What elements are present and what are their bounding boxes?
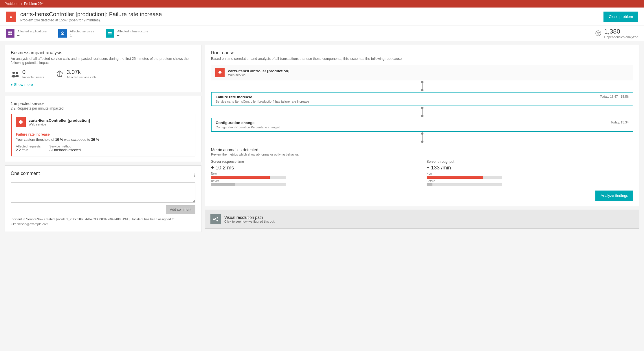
breadcrumb-problems-link[interactable]: Problems [5, 2, 19, 6]
comment-card: One comment ℹ Add comment Incident in Se… [5, 165, 201, 232]
header-text: carts-ItemsController [production]: Fail… [20, 11, 162, 22]
rc-service-icon [215, 68, 225, 77]
affected-applications-text: Affected applications – [17, 29, 47, 37]
right-panel: Root cause Based on time correlation and… [205, 45, 639, 232]
services-icon [58, 29, 67, 38]
root-cause-card: Root cause Based on time correlation and… [205, 45, 639, 206]
root-cause-title: Root cause [211, 50, 633, 56]
info-icon[interactable]: ℹ [194, 173, 195, 178]
impact-metrics: 0 Impacted users 3.07k Affected service … [11, 69, 195, 79]
business-impact-title: Business impact analysis [11, 50, 195, 56]
timeline-connector-1 [211, 80, 633, 92]
business-impact-card: Business impact analysis An analysis of … [5, 45, 201, 92]
affected-services-text: Affected services 1 [70, 29, 94, 37]
dependencies-icon [595, 30, 601, 36]
service-info: carts-ItemsController [production] Web s… [29, 118, 90, 126]
metric-anomalies-section: Metric anomalies detected Review the met… [211, 143, 633, 201]
affected-services: Affected services 1 [58, 29, 94, 38]
svg-line-25 [214, 218, 217, 219]
server-response-before-bar: Before [211, 180, 418, 186]
affected-service-calls-metric: 3.07k Affected service calls [56, 69, 96, 79]
affected-bar: Affected applications – Affected service… [0, 25, 644, 41]
breadcrumb: Problems › Problem 294 [0, 0, 644, 8]
svg-rect-2 [8, 34, 10, 35]
svg-rect-0 [8, 32, 10, 33]
metrics-grid: Server response time + 10.2 ms Now Befor… [211, 160, 633, 187]
breadcrumb-separator: › [21, 2, 22, 6]
deps-count-block: 1,380 Dependencies analyzed [604, 28, 638, 39]
visual-resolution-card[interactable]: Visual resolution path Click to see how … [205, 210, 639, 229]
affected-requests-stat: Affected requests 2.2 /min [16, 145, 41, 152]
server-throughput-now-bar: Now [427, 172, 634, 179]
root-cause-subtitle: Based on time correlation and analysis o… [211, 57, 633, 61]
rc-service-info: carts-ItemsController [production] Web s… [228, 69, 289, 77]
infrastructure-icon [106, 29, 114, 38]
svg-point-18 [16, 72, 18, 74]
svg-point-20 [20, 121, 22, 123]
svg-rect-3 [10, 34, 12, 35]
impacted-users-metric: 0 Impacted users [11, 69, 44, 79]
analyze-row: Analyze findings [211, 187, 633, 201]
server-throughput-before-bar: Before [427, 180, 634, 186]
svg-point-17 [12, 75, 16, 77]
svg-point-16 [12, 72, 15, 74]
affected-infrastructure-text: Affected infrastructure – [117, 29, 148, 37]
users-icon [11, 71, 19, 77]
page-title: carts-ItemsController [production]: Fail… [20, 11, 162, 18]
resolution-path-icon [210, 214, 221, 224]
warning-icon [6, 12, 16, 22]
failure-rate-event-header: Failure rate increase Today, 15:47 - 15:… [216, 95, 629, 99]
timeline-connector-3 [211, 132, 633, 143]
impacted-service-subtitle: 2.2 Requests per minute impacted [11, 106, 195, 110]
svg-rect-1 [10, 32, 12, 33]
service-icon [16, 117, 26, 127]
comment-actions: Add comment [11, 205, 195, 214]
svg-point-9 [596, 31, 601, 36]
svg-point-19 [15, 75, 19, 77]
breadcrumb-current: Problem 294 [24, 2, 44, 6]
visual-resolution-inner: Visual resolution path Click to see how … [210, 214, 634, 224]
config-change-event-header: Configuration change Today, 15:34 [216, 121, 629, 125]
rc-service-item[interactable]: carts-ItemsController [production] Web s… [211, 65, 633, 80]
dependencies-analyzed: 1,380 Dependencies analyzed [595, 28, 638, 39]
comment-textarea[interactable] [11, 182, 195, 203]
server-response-metric: Server response time + 10.2 ms Now Befor… [211, 160, 418, 187]
add-comment-button[interactable]: Add comment [166, 205, 195, 214]
analyze-findings-button[interactable]: Analyze findings [595, 191, 633, 201]
svg-point-8 [111, 34, 111, 34]
svg-point-21 [219, 72, 221, 73]
service-method-stat: Service method All methods affected [49, 145, 81, 152]
timeline-connector-2 [211, 106, 633, 118]
comment-header: One comment ℹ [11, 171, 195, 180]
chevron-down-icon: ▾ [11, 82, 13, 87]
business-impact-subtitle: An analysis of all affected service call… [11, 57, 195, 65]
page-header: carts-ItemsController [production]: Fail… [0, 8, 644, 25]
svg-point-7 [111, 32, 111, 33]
service-item[interactable]: carts-ItemsController [production] Web s… [11, 114, 195, 156]
visual-resolution-text: Visual resolution path Click to see how … [224, 215, 275, 223]
threshold-text: Your custom threshold of 10 % was exceed… [16, 138, 191, 142]
impacted-service-card: 1 impacted service 2.2 Requests per minu… [5, 96, 201, 162]
affected-applications: Affected applications – [6, 29, 47, 38]
config-change-event[interactable]: Configuration change Today, 15:34 Config… [211, 118, 633, 132]
root-cause-timeline: carts-ItemsController [production] Web s… [211, 65, 633, 201]
show-more-button[interactable]: ▾ Show more [11, 82, 33, 87]
svg-line-14 [597, 33, 598, 34]
service-stats: Affected requests 2.2 /min Service metho… [16, 145, 191, 152]
server-response-now-bar: Now [211, 172, 418, 179]
service-detail: Failure rate increase Your custom thresh… [12, 130, 195, 156]
incident-note: Incident in ServiceNow created. [inciden… [11, 217, 195, 226]
impacted-users-text: 0 Impacted users [22, 69, 44, 79]
header-left: carts-ItemsController [production]: Fail… [6, 11, 162, 22]
svg-line-26 [214, 219, 217, 221]
service-calls-icon [56, 70, 64, 78]
affected-infrastructure: Affected infrastructure – [106, 29, 148, 38]
service-item-header: carts-ItemsController [production] Web s… [12, 114, 195, 130]
comment-title: One comment [11, 171, 40, 176]
page-subtitle: Problem 294 detected at 15:47 (open for … [20, 18, 162, 22]
failure-rate-event[interactable]: Failure rate increase Today, 15:47 - 15:… [211, 92, 633, 106]
left-panel: Business impact analysis An analysis of … [5, 45, 201, 232]
close-problem-button[interactable]: Close problem [603, 12, 638, 22]
applications-icon [6, 29, 14, 38]
impacted-service-title: 1 impacted service [11, 101, 195, 106]
